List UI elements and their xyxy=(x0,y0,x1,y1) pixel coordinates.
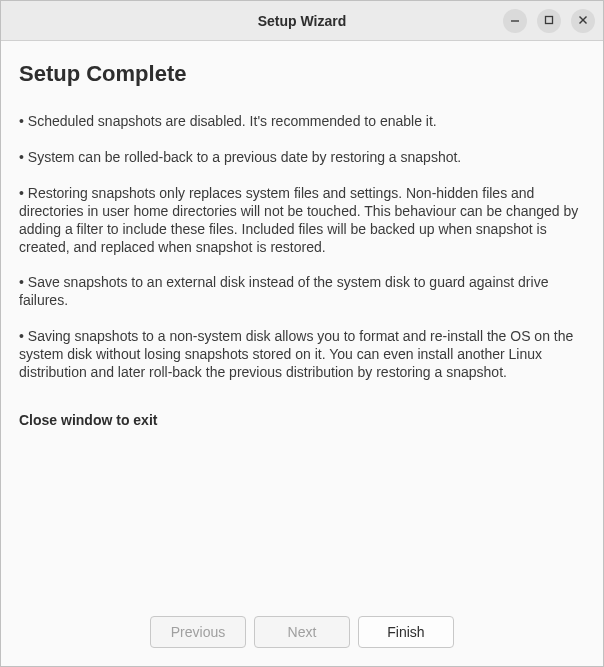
info-bullet: • Scheduled snapshots are disabled. It's… xyxy=(19,113,585,131)
window-controls xyxy=(503,9,595,33)
titlebar: Setup Wizard xyxy=(1,1,603,41)
svg-rect-1 xyxy=(546,17,553,24)
maximize-button[interactable] xyxy=(537,9,561,33)
content-area: Setup Complete • Scheduled snapshots are… xyxy=(1,41,603,602)
maximize-icon xyxy=(544,13,554,28)
close-button[interactable] xyxy=(571,9,595,33)
info-bullet: • Save snapshots to an external disk ins… xyxy=(19,274,585,310)
finish-button[interactable]: Finish xyxy=(358,616,454,648)
setup-wizard-window: Setup Wizard Setup Complete • Scheduled … xyxy=(0,0,604,667)
previous-button[interactable]: Previous xyxy=(150,616,246,648)
close-icon xyxy=(578,13,588,28)
minimize-button[interactable] xyxy=(503,9,527,33)
footer-buttons: Previous Next Finish xyxy=(1,602,603,666)
info-bullet: • Restoring snapshots only replaces syst… xyxy=(19,185,585,257)
page-heading: Setup Complete xyxy=(19,61,585,87)
exit-message: Close window to exit xyxy=(19,412,585,428)
minimize-icon xyxy=(510,13,520,28)
next-button[interactable]: Next xyxy=(254,616,350,648)
info-bullet: • Saving snapshots to a non-system disk … xyxy=(19,328,585,382)
info-bullet: • System can be rolled-back to a previou… xyxy=(19,149,585,167)
